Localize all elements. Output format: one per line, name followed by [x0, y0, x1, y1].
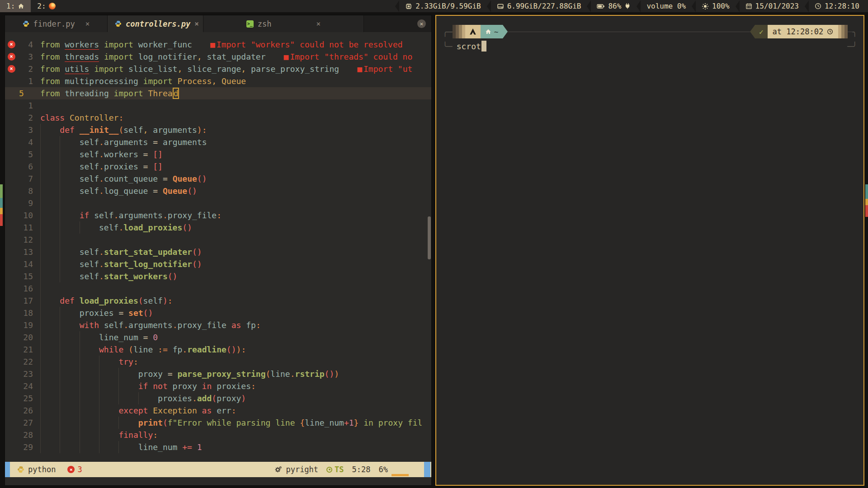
code-line[interactable]: 27 print(f"Error while parsing line {lin…	[5, 417, 431, 429]
code-line[interactable]: 26 except Exception as err:	[5, 404, 431, 417]
code-line[interactable]: 19 with self.arguments.proxy_file as fp:	[5, 319, 431, 331]
code-line[interactable]: 16	[5, 282, 431, 295]
code-line[interactable]: 20 line_num = 0	[5, 331, 431, 343]
code-line[interactable]: 5 self.workers = []	[5, 148, 431, 160]
code-text	[40, 99, 431, 112]
code-line[interactable]: 29 line_num += 1	[5, 441, 431, 453]
indent-guide	[60, 160, 79, 173]
code-line[interactable]: 22 try:	[5, 356, 431, 368]
workspace-2[interactable]: 2:	[31, 0, 61, 12]
code-line[interactable]: ×2from utils import slice_list, slice_ra…	[5, 63, 431, 75]
tab-close-icon[interactable]: ×	[316, 19, 321, 28]
gradient-block	[456, 25, 459, 38]
left-edge-marks	[0, 184, 3, 226]
calendar-icon	[745, 3, 752, 9]
tab-controllers-py[interactable]: controllers.py ×	[108, 15, 203, 32]
sign-column	[5, 99, 18, 112]
code-line[interactable]: 21 while (line := fp.readline()):	[5, 343, 431, 356]
indent-guide	[40, 209, 60, 221]
code-line[interactable]: 28 finally:	[5, 429, 431, 441]
code-line[interactable]: 18 proxies = set()	[5, 307, 431, 319]
code-line[interactable]: 6 self.proxies = []	[5, 160, 431, 173]
code-line[interactable]: 4 self.arguments = arguments	[5, 136, 431, 148]
prompt-input-row[interactable]: ╰─ scrot ─╯	[443, 40, 857, 52]
sign-column	[5, 221, 18, 234]
code-line[interactable]: 13 self.start_stat_updater()	[5, 246, 431, 258]
workspace-1[interactable]: 1:	[0, 0, 31, 12]
indent-guide	[60, 197, 79, 209]
indent-guide	[60, 380, 79, 392]
line-number: 15	[18, 270, 33, 282]
indent-guide	[60, 429, 79, 441]
error-sign-icon: ×	[8, 41, 15, 48]
frame-line	[848, 32, 852, 32]
code-area[interactable]: ×4from workers import worker_func■Import…	[5, 32, 431, 462]
line-number: 10	[18, 209, 33, 221]
battery-value: 86%	[608, 2, 621, 10]
tab-zsh[interactable]: >_ zsh ×	[203, 15, 364, 32]
code-text: self.count_queue = Queue()	[40, 173, 431, 185]
terminal-window[interactable]: ╭─ ~ ✓ at 12:28:02	[435, 15, 864, 486]
code-line[interactable]: 8 self.log_queue = Queue()	[5, 185, 431, 197]
code-line[interactable]: 10 if self.arguments.proxy_file:	[5, 209, 431, 221]
indent-guide	[99, 429, 118, 441]
code-line[interactable]: 3 def __init__(self, arguments):	[5, 124, 431, 136]
code-text: from utils import slice_list, slice_rang…	[40, 63, 431, 75]
line-number: 14	[18, 258, 33, 270]
indent-guide	[80, 368, 99, 380]
sign-column: ×	[5, 38, 18, 51]
code-line[interactable]: 5from threading import Thread	[5, 87, 431, 99]
sign-column	[5, 136, 18, 148]
error-sign-icon: ×	[8, 53, 15, 61]
code-line[interactable]: ×4from workers import worker_func■Import…	[5, 38, 431, 51]
path-label: ~	[494, 28, 499, 36]
code-line[interactable]: ×3from threads import log_notifier, stat…	[5, 51, 431, 63]
sign-column: ×	[5, 63, 18, 75]
line-number: 1	[18, 99, 33, 112]
code-line[interactable]: 1from multiprocessing import Process, Qu…	[5, 75, 431, 87]
code-line[interactable]: 23 proxy = parse_proxy_string(line.rstri…	[5, 368, 431, 380]
sign-column	[5, 392, 18, 404]
line-number: 6	[18, 160, 33, 173]
indent-guide	[80, 343, 99, 356]
scrollbar-thumb[interactable]	[428, 216, 431, 259]
sign-column	[5, 75, 18, 87]
code-line[interactable]: 25 proxies.add(proxy)	[5, 392, 431, 404]
sign-column	[5, 148, 18, 160]
buffer-tab-bar: finder.py × controllers.py × >_ zsh × ×	[5, 15, 431, 32]
code-text: if self.arguments.proxy_file:	[40, 209, 431, 221]
tab-finder-py[interactable]: finder.py ×	[5, 15, 108, 32]
code-line[interactable]: 1	[5, 99, 431, 112]
scroll-percent: 6%	[379, 465, 388, 474]
frame-corner-bottom-right: ─╯	[847, 42, 857, 51]
filetype-indicator: python	[17, 465, 56, 474]
home-icon	[485, 28, 491, 35]
code-text: class Controller:	[40, 112, 431, 124]
code-text: line_num = 0	[40, 331, 431, 343]
tab-close-icon[interactable]: ×	[194, 19, 199, 28]
top-status-bar: 1: 2: 2.33GiB/9.59GiB 6.99G	[0, 0, 868, 12]
tab-close-icon[interactable]: ×	[85, 19, 90, 28]
indent-guide	[60, 185, 79, 197]
powerline-arrow	[503, 25, 508, 38]
indent-guide	[40, 136, 60, 148]
code-line[interactable]: 2class Controller:	[5, 112, 431, 124]
close-all-icon[interactable]: ×	[417, 19, 426, 28]
code-line[interactable]: 14 self.start_log_notifier()	[5, 258, 431, 270]
code-line[interactable]: 12	[5, 234, 431, 246]
code-line[interactable]: 9	[5, 197, 431, 209]
code-text: finally:	[40, 429, 431, 441]
code-line[interactable]: 24 if not proxy in proxies:	[5, 380, 431, 392]
code-line[interactable]: 11 self.load_proxies()	[5, 221, 431, 234]
indent-guide	[80, 441, 99, 453]
code-line[interactable]: 7 self.count_queue = Queue()	[5, 173, 431, 185]
system-status: 2.33GiB/9.59GiB 6.99GiB/227.88GiB 86%	[395, 0, 865, 12]
indent-guide	[60, 234, 79, 246]
sign-column	[5, 209, 18, 221]
code-line[interactable]: 17 def load_proxies(self):	[5, 295, 431, 307]
memory-status: 2.33GiB/9.59GiB	[399, 0, 487, 12]
indent-guide	[118, 417, 138, 429]
code-text: self.workers = []	[40, 148, 431, 160]
code-line[interactable]: 15 self.start_workers()	[5, 270, 431, 282]
indent-guide	[99, 392, 118, 404]
